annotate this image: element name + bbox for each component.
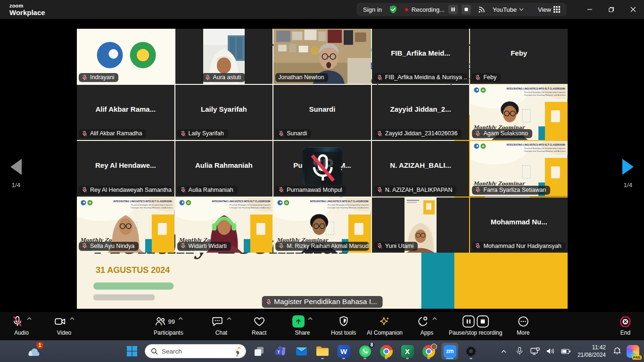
chevron-up-icon: [27, 317, 32, 320]
chrome-profile-icon[interactable]: [420, 343, 437, 360]
page-indicator: 1/4: [4, 181, 28, 189]
participant-tile[interactable]: SunardiSunardi: [273, 85, 371, 140]
word-icon[interactable]: W: [335, 343, 352, 360]
gallery-prev-button[interactable]: 1/4: [4, 159, 28, 189]
participant-name: N. AZIZAH_BALI...: [372, 141, 470, 189]
participant-nameplate: M. Rizky Raihan Akmal Marsudi: [275, 242, 369, 251]
host-tools-button[interactable]: Host tools: [331, 314, 356, 336]
video-button[interactable]: Video: [54, 314, 74, 336]
chrome-icon[interactable]: [378, 343, 395, 360]
onedrive-icon[interactable]: 1: [25, 343, 41, 360]
participant-tile[interactable]: FebyFeby: [470, 29, 568, 84]
participant-tile[interactable]: Alif Akbar Rama...Alif Akbar Ramadha: [77, 85, 174, 140]
whatsapp-icon[interactable]: 8: [356, 343, 373, 360]
participant-tile[interactable]: Aulia RahmaniahAulia Rahmaniah: [175, 141, 273, 196]
participant-nameplate-text: FIB_Arfika Meidina & Nurisya ...: [385, 74, 467, 81]
tray-microphone-icon[interactable]: [513, 344, 526, 358]
participant-nameplate-text: Sella Ayu Nindya: [90, 243, 134, 249]
view-label: View: [538, 6, 551, 13]
mic-muted-icon: [82, 187, 88, 193]
participant-nameplate: Aulia Rahmaniah: [177, 186, 238, 195]
chevron-up-icon: [178, 317, 183, 320]
tray-clock[interactable]: 11:42 21/08/2024: [576, 344, 608, 359]
toolbar-label: End: [620, 329, 630, 336]
toolbar-label: Apps: [421, 329, 433, 336]
svg-text:Concepts into Teaching Materia: Concepts into Teaching Materials and Act…: [327, 206, 369, 209]
ai-companion-button[interactable]: AI Companion: [367, 314, 403, 336]
search-input[interactable]: Search: [145, 344, 246, 358]
sign-in-button[interactable]: Sign in: [363, 6, 382, 13]
mic-muted-icon: [82, 131, 88, 137]
participant-nameplate-text: Sunardi: [287, 130, 307, 137]
participant-nameplate-text: Agam Sulaksono: [483, 130, 528, 137]
tray-chevron-up-icon[interactable]: [498, 344, 510, 358]
chat-button[interactable]: Chat: [211, 314, 231, 336]
participant-tile[interactable]: N. AZIZAH_BALI...N. AZIZAH_BALIKPAPAN: [372, 141, 470, 196]
participant-tile[interactable]: Mohammad Nu...Mohammad Nur Hadiyansyah: [470, 197, 568, 253]
participant-tile[interactable]: INTEGRATING LINGUISTICS INTO ELT CLASSRO…: [77, 197, 174, 253]
mic-muted-icon: [475, 243, 481, 249]
participant-nameplate: Jonathan Newton: [275, 73, 328, 82]
stop-recording-button[interactable]: [462, 5, 471, 14]
toolbar-label: Video: [57, 329, 71, 336]
tray-speaker-icon[interactable]: [545, 344, 557, 358]
zoom-app-icon[interactable]: zm: [441, 343, 458, 360]
participant-tile[interactable]: INTEGRATING LINGUISTICS INTO ELT CLASSRO…: [273, 197, 371, 253]
participant-nameplate-text: Alif Akbar Ramadha: [90, 130, 142, 137]
participant-tile[interactable]: Yuni Utami: [372, 197, 470, 253]
participant-name: FIB_Arfika Meid...: [372, 29, 470, 77]
start-button[interactable]: [124, 343, 140, 360]
svg-text:31 AGUSTUS 2024: 31 AGUSTUS 2024: [96, 265, 170, 275]
participant-nameplate: Aura astuti: [202, 73, 246, 82]
pause-stop-recording-button[interactable]: Pause/stop recording: [449, 314, 502, 336]
participant-tile[interactable]: INTEGRATING LINGUISTICS INTO ELT CLASSRO…: [470, 141, 568, 196]
file-explorer-icon[interactable]: [314, 343, 331, 360]
encryption-shield-icon[interactable]: [388, 5, 398, 14]
tray-battery-icon[interactable]: [560, 344, 572, 358]
settings-gear-icon[interactable]: [462, 343, 479, 360]
react-button[interactable]: React: [252, 314, 266, 336]
pause-recording-button[interactable]: [448, 5, 458, 14]
audio-button[interactable]: Audio: [11, 314, 32, 336]
copilot-icon[interactable]: PRE: [627, 345, 639, 358]
apps-button[interactable]: Apps: [417, 314, 437, 336]
participant-nameplate-text: M. Rizky Raihan Akmal Marsudi: [287, 243, 369, 249]
participant-tile[interactable]: Zayyid Jiddan_2...Zayyid Jiddan_23140260…: [372, 85, 470, 140]
end-button[interactable]: End: [619, 314, 632, 336]
youtube-live-button[interactable]: YouTube: [493, 6, 524, 13]
participant-tile[interactable]: SPSidik Prabowo _Univ. Mulawar...: [303, 148, 342, 187]
task-view-icon[interactable]: [250, 343, 267, 360]
youtube-label: YouTube: [493, 6, 517, 13]
titlebar-controls-group: Sign in Recording... YouTu: [356, 3, 567, 16]
participant-nameplate: Yuni Utami: [374, 242, 418, 251]
participant-name: Mohammad Nu...: [470, 197, 568, 246]
more-button[interactable]: More: [517, 314, 529, 336]
participant-nameplate-text: Laily Syarifah: [189, 130, 224, 137]
share-button[interactable]: Share: [292, 314, 313, 336]
participant-tile[interactable]: Rey Al Hendawe...Rey Al Hendaweyah Saman…: [77, 141, 174, 196]
close-button[interactable]: [622, 0, 644, 19]
svg-text:Practical Strategies for Incor: Practical Strategies for Incorporating L…: [524, 147, 566, 149]
participant-tile[interactable]: Laily SyarifahLaily Syarifah: [175, 85, 273, 140]
participant-tile[interactable]: INTEGRATING LINGUISTICS INTO ELT CLASSRO…: [175, 197, 273, 253]
tray-cast-display-icon[interactable]: [529, 344, 541, 358]
teams-icon[interactable]: T: [272, 343, 289, 360]
svg-text:INTEGRATING LINGUISTICS INTO E: INTEGRATING LINGUISTICS INTO ELT CLASSRO…: [114, 200, 173, 203]
minimize-button[interactable]: [579, 0, 601, 19]
participant-tile[interactable]: Jonathan Newton: [273, 29, 371, 84]
svg-text:INTEGRATING LINGUISTICS INTO E: INTEGRATING LINGUISTICS INTO ELT CLASSRO…: [212, 200, 271, 203]
participant-tile[interactable]: Aura astuti: [175, 29, 273, 84]
restore-button[interactable]: [601, 0, 622, 19]
brand-workplace: Workplace: [9, 9, 45, 16]
mail-icon[interactable]: [293, 343, 310, 360]
mic-muted-icon: [377, 243, 383, 249]
participant-tile[interactable]: FIB_Arfika Meid...FIB_Arfika Meidina & N…: [372, 29, 470, 84]
mic-muted-icon: [278, 243, 284, 249]
participants-button[interactable]: 99Participants: [154, 314, 183, 336]
view-button[interactable]: View: [538, 6, 560, 13]
excel-icon[interactable]: X: [399, 343, 416, 360]
mic-muted-icon: [180, 243, 186, 249]
notification-bell-icon[interactable]: z: [611, 344, 623, 358]
gallery-next-button[interactable]: 1/4: [616, 159, 640, 189]
participant-tile[interactable]: INTEGRATING LINGUISTICS INTO ELT CLASSRO…: [470, 85, 568, 140]
